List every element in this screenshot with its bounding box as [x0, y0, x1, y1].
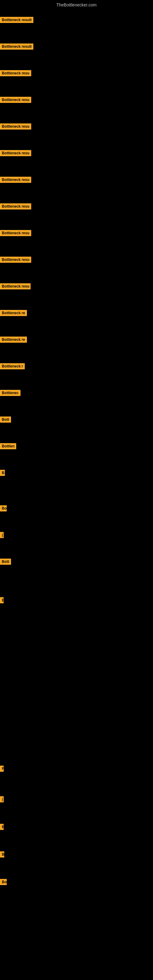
bottleneck-badge: Bottleneck resu [0, 123, 31, 130]
bottleneck-item[interactable]: Bottleneck resu [0, 70, 31, 76]
bottleneck-badge: | [0, 796, 4, 802]
bottleneck-item[interactable]: Bottleneck re [0, 310, 27, 316]
bottleneck-item[interactable]: Bott [0, 558, 11, 565]
bottleneck-badge: Bott [0, 417, 11, 423]
bottleneck-item[interactable]: Bottleneck resu [0, 177, 31, 183]
bottleneck-item[interactable]: Bottleneck re [0, 337, 27, 343]
bottleneck-badge: Bottleneck resu [0, 177, 31, 183]
bottleneck-badge: Bottleneck resu [0, 97, 31, 103]
bottleneck-item[interactable]: Bottleneck resu [0, 123, 31, 130]
bottleneck-badge: B [0, 470, 5, 476]
bottleneck-badge: Bottleneck resu [0, 257, 31, 263]
bottleneck-badge: Bottleneck result [0, 43, 33, 49]
bottleneck-badge: F [0, 766, 4, 772]
bottleneck-badge: Bottleneck resu [0, 150, 31, 156]
bottleneck-item[interactable]: Bottleneck resu [0, 97, 31, 103]
bottleneck-item[interactable]: Bottleneck resu [0, 150, 31, 156]
bottleneck-badge: E [0, 597, 4, 603]
bottleneck-item[interactable]: Bottleneck result [0, 43, 33, 49]
bottleneck-item[interactable]: Bottleneck resu [0, 283, 30, 290]
bottleneck-item[interactable]: Bott [0, 417, 11, 423]
bottleneck-item[interactable]: Bottleneck resu [0, 257, 31, 263]
bottleneck-item[interactable]: | [0, 796, 4, 802]
bottleneck-badge: Bottlen [0, 443, 16, 449]
bottleneck-badge: Bo [0, 879, 7, 885]
bottleneck-item[interactable]: Bo [0, 879, 7, 885]
bottleneck-item[interactable]: Bottlenec [0, 390, 21, 396]
bottleneck-badge: E [0, 824, 4, 830]
bottleneck-badge: Bottleneck r [0, 363, 25, 369]
bottleneck-item[interactable]: Bottleneck resu [0, 230, 31, 236]
bottleneck-item[interactable]: Bottleneck result [0, 17, 33, 23]
bottleneck-item[interactable]: B [0, 851, 4, 858]
bottleneck-badge: Bottleneck result [0, 17, 33, 23]
bottleneck-badge: B [0, 851, 4, 858]
bottleneck-item[interactable]: E [0, 597, 4, 603]
bottleneck-badge: Bottleneck resu [0, 70, 31, 76]
bottleneck-badge: | [0, 532, 4, 538]
bottleneck-badge: Bottleneck resu [0, 230, 31, 236]
bottleneck-item[interactable]: Bottleneck r [0, 363, 25, 369]
bottleneck-item[interactable]: Bottlen [0, 443, 16, 449]
bottleneck-badge: Bottlenec [0, 390, 21, 396]
bottleneck-item[interactable]: F [0, 766, 4, 772]
bottleneck-badge: Bottleneck resu [0, 283, 30, 290]
bottleneck-item[interactable]: B [0, 470, 5, 476]
bottleneck-item[interactable]: Bo [0, 505, 7, 511]
bottleneck-badge: Bottleneck resu [0, 204, 31, 210]
bottleneck-badge: Bott [0, 558, 11, 565]
bottleneck-badge: Bo [0, 505, 7, 511]
bottleneck-item[interactable]: Bottleneck resu [0, 204, 31, 210]
bottleneck-item[interactable]: | [0, 532, 4, 538]
bottleneck-item[interactable]: E [0, 824, 4, 830]
bottleneck-badge: Bottleneck re [0, 310, 27, 316]
site-title: TheBottlenecker.com [0, 0, 153, 10]
bottleneck-badge: Bottleneck re [0, 337, 27, 343]
